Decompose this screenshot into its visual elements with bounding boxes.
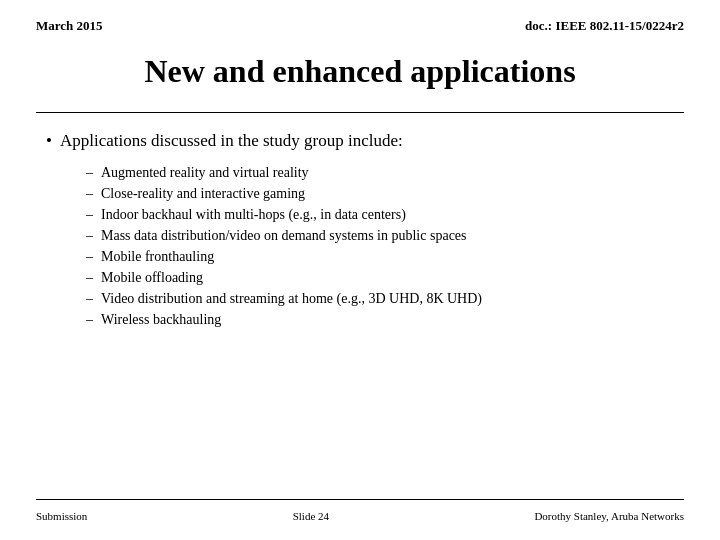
list-item: –Mass data distribution/video on demand …: [86, 228, 674, 244]
list-item-text: Indoor backhaul with multi-hops (e.g., i…: [101, 207, 406, 223]
main-bullet-text: Applications discussed in the study grou…: [60, 131, 403, 151]
list-item: –Mobile offloading: [86, 270, 674, 286]
footer-author: Dorothy Stanley, Aruba Networks: [534, 510, 684, 522]
slide-header: March 2015 doc.: IEEE 802.11-15/0224r2: [36, 18, 684, 34]
title-divider: [36, 112, 684, 113]
dash-icon: –: [86, 291, 93, 307]
slide-container: March 2015 doc.: IEEE 802.11-15/0224r2 N…: [0, 0, 720, 540]
list-item: –Close-reality and interactive gaming: [86, 186, 674, 202]
header-doc: doc.: IEEE 802.11-15/0224r2: [525, 18, 684, 34]
sub-items-list: –Augmented reality and virtual reality–C…: [86, 165, 674, 328]
list-item: –Mobile fronthauling: [86, 249, 674, 265]
list-item: –Wireless backhauling: [86, 312, 674, 328]
list-item-text: Augmented reality and virtual reality: [101, 165, 309, 181]
list-item: –Video distribution and streaming at hom…: [86, 291, 674, 307]
footer-submission: Submission: [36, 510, 87, 522]
list-item-text: Video distribution and streaming at home…: [101, 291, 482, 307]
list-item: –Indoor backhaul with multi-hops (e.g., …: [86, 207, 674, 223]
title-section: New and enhanced applications: [36, 52, 684, 90]
dash-icon: –: [86, 270, 93, 286]
main-content: • Applications discussed in the study gr…: [36, 131, 684, 499]
list-item-text: Mass data distribution/video on demand s…: [101, 228, 467, 244]
footer-slide-number: Slide 24: [293, 510, 329, 522]
dash-icon: –: [86, 165, 93, 181]
header-date: March 2015: [36, 18, 103, 34]
main-bullet: • Applications discussed in the study gr…: [46, 131, 674, 151]
list-item-text: Close-reality and interactive gaming: [101, 186, 305, 202]
list-item-text: Mobile fronthauling: [101, 249, 214, 265]
slide-footer: Submission Slide 24 Dorothy Stanley, Aru…: [36, 499, 684, 522]
list-item-text: Mobile offloading: [101, 270, 203, 286]
dash-icon: –: [86, 186, 93, 202]
list-item-text: Wireless backhauling: [101, 312, 221, 328]
dash-icon: –: [86, 228, 93, 244]
slide-title: New and enhanced applications: [36, 52, 684, 90]
dash-icon: –: [86, 312, 93, 328]
list-item: –Augmented reality and virtual reality: [86, 165, 674, 181]
dash-icon: –: [86, 207, 93, 223]
bullet-icon: •: [46, 131, 52, 151]
dash-icon: –: [86, 249, 93, 265]
